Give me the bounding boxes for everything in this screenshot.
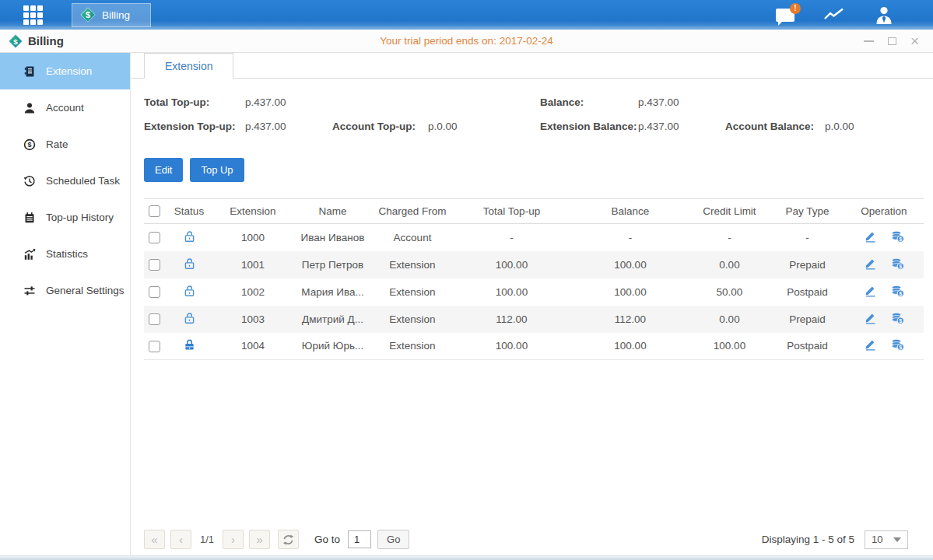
table-row: 1000 Иван Иванов Account - - - - $ [144, 224, 924, 251]
sidebar-item-rate[interactable]: $ Rate [0, 126, 130, 163]
account-balance-value: p.0.00 [825, 121, 854, 132]
person-icon [23, 102, 36, 114]
page-size-select[interactable]: 10 [865, 530, 908, 549]
displaying-text: Displaying 1 - 5 of 5 [762, 534, 854, 545]
notebook-icon [23, 212, 36, 224]
sidebar-item-extension[interactable]: Extension [0, 53, 130, 89]
chevron-down-icon [893, 537, 901, 542]
tab-label: Extension [165, 60, 212, 72]
pencil-icon [864, 230, 877, 243]
refresh-icon [282, 534, 294, 545]
tab-extension[interactable]: Extension [144, 53, 233, 79]
sidebar-item-label: Account [46, 102, 84, 114]
edit-row-button[interactable] [864, 257, 877, 272]
prev-page-button[interactable]: ‹ [170, 530, 191, 549]
cell-name: Дмитрий Д... [292, 306, 374, 333]
status-lock-icon[interactable] [184, 312, 195, 327]
trends-button[interactable] [823, 6, 845, 23]
cell-pay-type: Prepaid [770, 251, 844, 278]
line-chart-icon [823, 6, 845, 23]
cell-charged-from: Extension [374, 306, 451, 333]
window-titlebar: Your trial period ends on: 2017-02-24 $ … [0, 30, 933, 53]
taskbar: $ Billing ! [0, 0, 933, 30]
dollar-circle-icon: $ [23, 138, 36, 151]
table-row: 1002 Мария Ива... Extension 100.00 100.0… [144, 278, 924, 306]
cell-charged-from: Account [374, 224, 451, 251]
extension-table-wrap: StatusExtensionNameCharged FromTotal Top… [144, 198, 924, 360]
sidebar-item-topup-history[interactable]: Top-up History [0, 199, 130, 236]
close-button[interactable]: × [910, 37, 919, 46]
table-row: 1004 Юрий Юрь... Extension 100.00 100.00… [144, 333, 924, 360]
action-buttons: Edit Top Up [144, 158, 924, 182]
sidebar-item-statistics[interactable]: Statistics [0, 236, 130, 272]
lock-closed-icon [184, 338, 195, 351]
first-page-button[interactable]: « [144, 530, 165, 549]
column-header-charged-from: Charged From [374, 199, 451, 224]
top-up-button[interactable]: Top Up [190, 158, 244, 182]
select-all-checkbox[interactable] [149, 205, 160, 217]
sidebar-item-scheduled-task[interactable]: Scheduled Task [0, 163, 130, 199]
lock-open-icon [184, 230, 195, 243]
svg-text:$: $ [86, 10, 90, 19]
cell-credit-limit: 0.00 [689, 251, 770, 278]
trial-notice: Your trial period ends on: 2017-02-24 [0, 35, 933, 47]
status-lock-icon[interactable] [184, 230, 195, 245]
taskbar-right-icons: ! [776, 5, 933, 25]
column-header-operation: Operation [844, 199, 924, 224]
coins-icon: $ [891, 230, 904, 243]
user-button[interactable] [874, 5, 894, 25]
taskbar-tab-billing[interactable]: $ Billing [72, 3, 151, 27]
sidebar: Extension Account $ Rate Scheduled Task [0, 53, 131, 555]
next-page-button[interactable]: › [223, 530, 244, 549]
minimize-button[interactable] [864, 40, 874, 42]
bar-chart-icon [23, 248, 36, 261]
maximize-button[interactable] [888, 37, 896, 45]
cell-name: Петр Петров [292, 251, 374, 278]
go-button[interactable]: Go [377, 530, 409, 549]
column-header-pay-type: Pay Type [770, 199, 844, 224]
edit-row-button[interactable] [864, 230, 877, 245]
extension-topup-value: p.437.00 [245, 121, 286, 132]
status-lock-icon[interactable] [184, 338, 195, 353]
extension-table-body: 1000 Иван Иванов Account - - - - $ [144, 224, 924, 360]
total-topup-label: Total Top-up: [144, 96, 209, 108]
row-checkbox[interactable] [149, 313, 160, 325]
select-all-header [144, 199, 164, 224]
pencil-icon [864, 338, 877, 351]
apps-grid-icon[interactable] [23, 5, 43, 25]
goto-page-input[interactable] [348, 530, 371, 548]
edit-button[interactable]: Edit [144, 158, 183, 182]
chat-bubble-icon: ! [776, 9, 794, 22]
cell-total-topup: 100.00 [451, 251, 572, 278]
edit-row-button[interactable] [864, 312, 877, 327]
topup-row-button[interactable]: $ [891, 338, 904, 353]
table-header-row: StatusExtensionNameCharged FromTotal Top… [144, 199, 924, 224]
svg-text:$: $ [27, 141, 31, 149]
topup-row-button[interactable]: $ [891, 312, 904, 327]
svg-text:$: $ [899, 345, 902, 351]
pencil-icon [864, 257, 877, 270]
cell-pay-type: - [770, 224, 844, 251]
cell-credit-limit: 50.00 [689, 278, 770, 306]
sidebar-item-general-settings[interactable]: General Settings [0, 272, 130, 309]
edit-row-button[interactable] [864, 338, 877, 353]
row-checkbox[interactable] [149, 259, 160, 271]
notifications-button[interactable]: ! [776, 9, 794, 22]
topup-row-button[interactable]: $ [891, 230, 904, 245]
topup-row-button[interactable]: $ [891, 257, 904, 272]
status-lock-icon[interactable] [184, 285, 195, 299]
sidebar-item-account[interactable]: Account [0, 89, 130, 126]
row-checkbox[interactable] [149, 286, 160, 298]
sliders-icon [23, 285, 36, 297]
last-page-button[interactable]: » [249, 530, 270, 549]
edit-row-button[interactable] [864, 285, 877, 299]
topup-row-button[interactable]: $ [891, 285, 904, 299]
row-checkbox[interactable] [149, 341, 160, 352]
row-checkbox[interactable] [149, 232, 160, 243]
cell-balance: 100.00 [572, 278, 689, 306]
column-header-status: Status [164, 199, 214, 224]
refresh-button[interactable] [278, 530, 299, 549]
lock-open-icon [184, 257, 195, 270]
status-lock-icon[interactable] [184, 257, 195, 272]
cell-balance: - [572, 224, 689, 251]
